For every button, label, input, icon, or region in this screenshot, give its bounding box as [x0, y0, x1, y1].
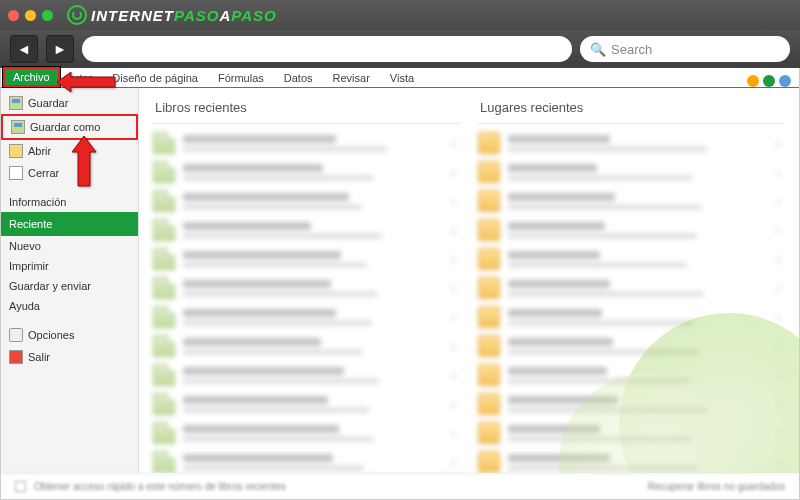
list-item[interactable]: ⟂: [478, 420, 785, 446]
pin-icon[interactable]: ⟂: [446, 252, 460, 266]
list-item[interactable]: ⟂: [153, 304, 460, 330]
menu-nuevo-label: Nuevo: [9, 240, 41, 252]
menu-informacion[interactable]: Información: [1, 192, 138, 212]
pin-icon[interactable]: ⟂: [771, 194, 785, 208]
pin-icon[interactable]: ⟂: [771, 339, 785, 353]
list-item[interactable]: ⟂: [478, 246, 785, 272]
list-item[interactable]: ⟂: [153, 449, 460, 473]
folder-icon: [478, 248, 500, 270]
tab-archivo[interactable]: Archivo: [3, 67, 60, 87]
list-item[interactable]: ⟂: [153, 333, 460, 359]
quick-access-checkbox[interactable]: [15, 481, 26, 492]
pin-icon[interactable]: ⟂: [771, 455, 785, 469]
list-item[interactable]: ⟂: [153, 246, 460, 272]
pin-icon[interactable]: ⟂: [446, 339, 460, 353]
pin-icon[interactable]: ⟂: [446, 223, 460, 237]
list-item[interactable]: ⟂: [478, 449, 785, 473]
list-item[interactable]: ⟂: [478, 217, 785, 243]
menu-nuevo[interactable]: Nuevo: [1, 236, 138, 256]
pin-icon[interactable]: ⟂: [771, 252, 785, 266]
menu-ayuda[interactable]: Ayuda: [1, 296, 138, 316]
tab-diseno[interactable]: Diseño de página: [102, 69, 208, 87]
list-item[interactable]: ⟂: [478, 159, 785, 185]
pin-icon[interactable]: ⟂: [446, 136, 460, 150]
menu-opciones[interactable]: Opciones: [1, 324, 138, 346]
list-item[interactable]: ⟂: [478, 188, 785, 214]
menu-guardar-label: Guardar: [28, 97, 68, 109]
list-item[interactable]: ⟂: [153, 188, 460, 214]
tab-vista[interactable]: Vista: [380, 69, 424, 87]
pin-icon[interactable]: ⟂: [446, 426, 460, 440]
list-item[interactable]: ⟂: [153, 217, 460, 243]
pin-icon[interactable]: ⟂: [771, 368, 785, 382]
menu-abrir[interactable]: Abrir: [1, 140, 138, 162]
help-icon[interactable]: [779, 75, 791, 87]
back-button[interactable]: ◄: [10, 35, 38, 63]
pin-icon[interactable]: ⟂: [771, 281, 785, 295]
ribbon-icon-1[interactable]: [747, 75, 759, 87]
save-as-icon: [11, 120, 25, 134]
excel-file-icon: [153, 451, 175, 473]
site-logo: INTERNETPASOAPASO: [67, 5, 277, 25]
pin-icon[interactable]: ⟂: [446, 397, 460, 411]
excel-file-icon: [153, 248, 175, 270]
pin-icon[interactable]: ⟂: [771, 136, 785, 150]
list-item[interactable]: ⟂: [153, 275, 460, 301]
list-item[interactable]: ⟂: [478, 362, 785, 388]
minimize-window-icon[interactable]: [25, 10, 36, 21]
search-box[interactable]: 🔍 Search: [580, 36, 790, 62]
logo-text-4: PASO: [231, 7, 276, 24]
pin-icon[interactable]: ⟂: [771, 310, 785, 324]
list-item[interactable]: ⟂: [153, 130, 460, 156]
menu-guardar-enviar[interactable]: Guardar y enviar: [1, 276, 138, 296]
recent-books-column: Libros recientes ⟂ ⟂ ⟂ ⟂ ⟂ ⟂ ⟂ ⟂ ⟂ ⟂ ⟂ ⟂: [153, 96, 460, 465]
pin-icon[interactable]: ⟂: [446, 281, 460, 295]
pin-icon[interactable]: ⟂: [771, 426, 785, 440]
menu-informacion-label: Información: [9, 196, 66, 208]
folder-icon: [478, 306, 500, 328]
folder-icon: [478, 161, 500, 183]
excel-file-icon: [153, 306, 175, 328]
pin-icon[interactable]: ⟂: [771, 223, 785, 237]
pin-icon[interactable]: ⟂: [771, 397, 785, 411]
backstage-sidemenu: Guardar Guardar como Abrir Cerrar Inform…: [1, 88, 139, 473]
menu-cerrar[interactable]: Cerrar: [1, 162, 138, 184]
url-bar[interactable]: [82, 36, 572, 62]
list-item[interactable]: ⟂: [478, 391, 785, 417]
list-item[interactable]: ⟂: [478, 275, 785, 301]
tab-datos[interactable]: Datos: [274, 69, 323, 87]
footer-right-text[interactable]: Recuperar libros no guardados: [648, 481, 785, 492]
pin-icon[interactable]: ⟂: [771, 165, 785, 179]
pin-icon[interactable]: ⟂: [446, 310, 460, 324]
browser-titlebar: INTERNETPASOAPASO: [0, 0, 800, 30]
close-window-icon[interactable]: [8, 10, 19, 21]
pin-icon[interactable]: ⟂: [446, 194, 460, 208]
pin-icon[interactable]: ⟂: [446, 368, 460, 382]
window-controls[interactable]: [8, 10, 53, 21]
list-item[interactable]: ⟂: [153, 159, 460, 185]
list-item[interactable]: ⟂: [478, 304, 785, 330]
recent-places-list: ⟂ ⟂ ⟂ ⟂ ⟂ ⟂ ⟂ ⟂ ⟂ ⟂ ⟂ ⟂: [478, 130, 785, 473]
ribbon-tabs: Archivo ertar Diseño de página Fórmulas …: [1, 68, 799, 88]
maximize-window-icon[interactable]: [42, 10, 53, 21]
forward-button[interactable]: ►: [46, 35, 74, 63]
ribbon-icon-2[interactable]: [763, 75, 775, 87]
menu-imprimir[interactable]: Imprimir: [1, 256, 138, 276]
list-item[interactable]: ⟂: [153, 420, 460, 446]
list-item[interactable]: ⟂: [153, 362, 460, 388]
menu-reciente[interactable]: Reciente: [1, 212, 138, 236]
tab-revisar[interactable]: Revisar: [323, 69, 380, 87]
svg-marker-0: [57, 72, 115, 92]
menu-abrir-label: Abrir: [28, 145, 51, 157]
list-item[interactable]: ⟂: [478, 130, 785, 156]
pin-icon[interactable]: ⟂: [446, 165, 460, 179]
list-item[interactable]: ⟂: [153, 391, 460, 417]
folder-icon: [478, 132, 500, 154]
list-item[interactable]: ⟂: [478, 333, 785, 359]
menu-guardar-como[interactable]: Guardar como: [1, 114, 138, 140]
logo-text-2: PASO: [174, 7, 219, 24]
menu-salir[interactable]: Salir: [1, 346, 138, 368]
pin-icon[interactable]: ⟂: [446, 455, 460, 469]
tab-formulas[interactable]: Fórmulas: [208, 69, 274, 87]
excel-file-icon: [153, 219, 175, 241]
